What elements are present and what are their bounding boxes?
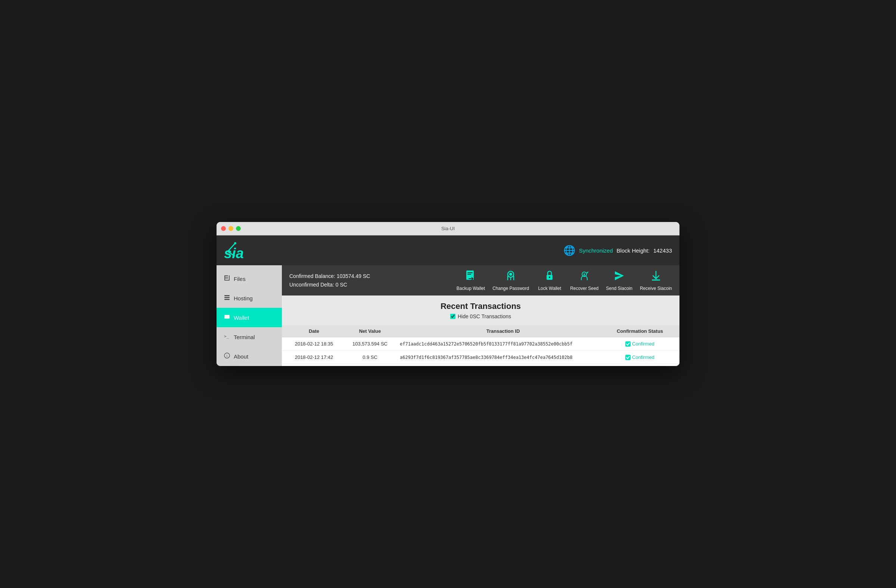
recover-seed-label: Recover Seed	[570, 286, 599, 291]
svg-rect-8	[225, 277, 228, 278]
terminal-icon: >_	[224, 333, 230, 340]
transactions-section: Recent Transactions Hide 0SC Transaction…	[282, 295, 680, 366]
svg-rect-11	[224, 297, 230, 298]
col-net-value: Net Value	[340, 328, 400, 334]
sidebar-item-about[interactable]: i About	[216, 346, 282, 366]
hosting-icon	[224, 294, 230, 302]
svg-rect-21	[468, 274, 471, 275]
confirmed-balance-label: Confirmed Balance:	[290, 273, 335, 279]
row1-date: 2018-02-12 18:35	[288, 341, 340, 346]
row1-status: Confirmed	[606, 341, 674, 346]
balance-info: Confirmed Balance: 103574.49 SC Unconfir…	[290, 272, 370, 289]
terminal-label: Terminal	[234, 334, 255, 340]
hosting-label: Hosting	[234, 295, 253, 301]
lock-wallet-label: Lock Wallet	[538, 286, 561, 291]
svg-rect-9	[225, 278, 228, 279]
sidebar-item-hosting[interactable]: Hosting	[216, 289, 282, 308]
table-row: 2018-02-12 17:42 0.9 SC a6293f7d1f6c8193…	[282, 351, 680, 364]
svg-rect-7	[229, 275, 230, 281]
about-label: About	[234, 353, 248, 360]
sidebar: Files Hosting	[216, 265, 282, 366]
block-height-value: 142433	[653, 248, 672, 254]
sidebar-item-files[interactable]: Files	[216, 269, 282, 289]
receive-siacoin-label: Receive Siacoin	[640, 286, 672, 291]
minimize-button[interactable]	[229, 226, 233, 231]
globe-icon: 🌐	[563, 245, 575, 256]
change-password-button[interactable]: Change Password	[492, 270, 529, 291]
svg-rect-10	[224, 295, 230, 296]
row2-net-value: 0.9 SC	[340, 354, 400, 360]
app-window: Sia-UI sia 🌐 Synchronized Block Height: …	[216, 222, 680, 366]
wallet-actions: Backup Wallet Change Password	[457, 270, 672, 291]
svg-marker-28	[615, 271, 624, 280]
receive-siacoin-button[interactable]: Receive Siacoin	[640, 270, 672, 291]
backup-wallet-icon	[465, 270, 477, 284]
confirmed-balance-row: Confirmed Balance: 103574.49 SC	[290, 272, 370, 280]
close-button[interactable]	[221, 226, 226, 231]
row2-check-icon	[625, 355, 631, 360]
content-area: Confirmed Balance: 103574.49 SC Unconfir…	[282, 265, 680, 366]
svg-point-27	[584, 273, 585, 275]
main-layout: Files Hosting	[216, 265, 680, 366]
svg-rect-15	[225, 316, 227, 316]
send-siacoin-button[interactable]: Send Siacoin	[606, 270, 632, 291]
transactions-title: Recent Transactions	[288, 301, 674, 311]
transactions-header: Recent Transactions Hide 0SC Transaction…	[282, 295, 680, 325]
receive-siacoin-icon	[650, 270, 662, 284]
hide-osc-checkbox[interactable]	[450, 314, 456, 319]
svg-text:sia: sia	[224, 246, 244, 261]
maximize-button[interactable]	[236, 226, 241, 231]
row1-tx-id: ef71aadc1cdd463a15272e5706520fb5f0133177…	[400, 341, 606, 346]
traffic-lights	[221, 226, 241, 231]
row2-status-text: Confirmed	[632, 354, 654, 360]
row2-date: 2018-02-12 17:42	[288, 354, 340, 360]
sidebar-item-terminal[interactable]: >_ Terminal	[216, 327, 282, 346]
wallet-label: Wallet	[234, 315, 249, 321]
send-siacoin-icon	[613, 270, 625, 284]
change-password-icon	[505, 270, 517, 284]
backup-wallet-label: Backup Wallet	[457, 286, 485, 291]
table-header: Date Net Value Transaction ID Confirmati…	[282, 325, 680, 337]
svg-text:i: i	[227, 354, 228, 358]
lock-wallet-button[interactable]: Lock Wallet	[536, 270, 562, 291]
unconfirmed-delta-label: Unconfirmed Delta:	[290, 282, 334, 288]
col-confirmation: Confirmation Status	[606, 328, 674, 334]
files-icon	[224, 275, 230, 283]
row2-tx-id: a6293f7d1f6c819367af357785ae8c3369784eff…	[400, 355, 606, 360]
confirmed-balance-value: 103574.49 SC	[337, 273, 370, 279]
files-label: Files	[234, 276, 246, 282]
svg-rect-5	[224, 275, 225, 281]
wallet-icon	[224, 314, 230, 321]
unconfirmed-delta-value: 0 SC	[336, 282, 347, 288]
svg-point-14	[228, 316, 229, 318]
sync-status-container: 🌐 Synchronized Block Height: 142433	[563, 245, 672, 256]
row1-status-text: Confirmed	[632, 341, 654, 346]
app-header: sia 🌐 Synchronized Block Height: 142433	[216, 236, 680, 265]
wallet-header: Confirmed Balance: 103574.49 SC Unconfir…	[282, 265, 680, 295]
titlebar: Sia-UI	[216, 222, 680, 236]
row1-net-value: 103,573.594 SC	[340, 341, 400, 346]
col-tx-id: Transaction ID	[400, 328, 606, 334]
svg-point-23	[509, 273, 512, 276]
change-password-label: Change Password	[492, 286, 529, 291]
recover-seed-icon	[578, 270, 590, 284]
svg-rect-13	[224, 315, 230, 319]
svg-point-25	[549, 277, 550, 278]
recover-seed-button[interactable]: Recover Seed	[570, 270, 599, 291]
sync-text: Synchronized	[579, 248, 613, 254]
unconfirmed-delta-row: Unconfirmed Delta: 0 SC	[290, 281, 370, 289]
window-title: Sia-UI	[441, 226, 455, 231]
svg-rect-6	[224, 280, 230, 281]
logo: sia	[224, 240, 254, 261]
backup-wallet-button[interactable]: Backup Wallet	[457, 270, 485, 291]
row1-check-icon	[625, 341, 631, 346]
col-date: Date	[288, 328, 340, 334]
hide-osc-label: Hide 0SC Transactions	[458, 313, 511, 319]
table-row: 2018-02-12 18:35 103,573.594 SC ef71aadc…	[282, 337, 680, 351]
sidebar-item-wallet[interactable]: Wallet	[216, 308, 282, 327]
svg-rect-12	[224, 299, 230, 300]
svg-text:>_: >_	[224, 334, 229, 339]
svg-rect-29	[652, 280, 660, 281]
row2-status: Confirmed	[606, 354, 674, 360]
sia-logo-svg: sia	[224, 240, 254, 261]
